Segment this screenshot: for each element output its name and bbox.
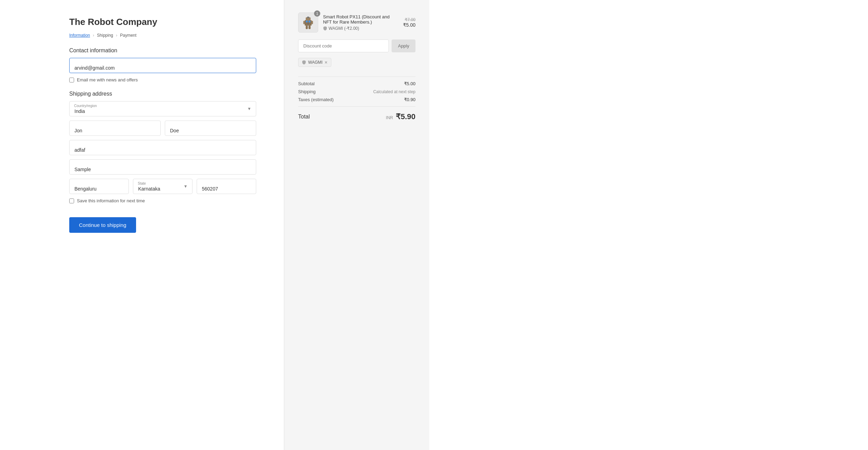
shipping-row: Shipping Calculated at next step (298, 89, 415, 94)
product-name: Smart Robot PX11 (Discount and NFT for R… (323, 14, 398, 25)
summary-divider-1 (298, 77, 415, 77)
total-label: Total (298, 114, 310, 120)
state-select[interactable]: Karnataka (133, 179, 193, 194)
svg-rect-5 (303, 21, 305, 24)
taxes-row: Taxes (estimated) ₹0.90 (298, 97, 415, 102)
email-field-wrapper: Email or mobile phone number (69, 58, 256, 73)
summary-divider-2 (298, 106, 415, 107)
svg-point-3 (308, 20, 311, 23)
coupon-remove-button[interactable]: × (325, 60, 328, 65)
shipping-section-title: Shipping address (69, 91, 256, 97)
name-row: First name (optional) Last name (69, 121, 256, 136)
first-name-input[interactable] (69, 121, 161, 136)
contact-section: Contact information Email or mobile phon… (69, 47, 256, 82)
apt-wrapper: Apartment, suite, etc. (optional) (69, 159, 256, 175)
svg-rect-8 (308, 26, 311, 29)
product-image-wrapper: 1 (298, 12, 318, 33)
city-wrapper: City (69, 179, 129, 194)
newsletter-label: Email me with news and offers (77, 77, 138, 82)
last-name-wrapper: Last name (165, 121, 256, 136)
breadcrumb-information[interactable]: Information (69, 33, 90, 38)
total-value: ₹5.90 (396, 112, 415, 121)
breadcrumb: Information › Shipping › Payment (69, 33, 256, 38)
shipping-label: Shipping (298, 89, 316, 94)
store-title: The Robot Company (69, 17, 256, 27)
country-field-wrapper: Country/region India ▼ (69, 101, 256, 116)
address-input[interactable] (69, 140, 256, 155)
discount-code-input[interactable] (298, 39, 389, 52)
taxes-label: Taxes (estimated) (298, 97, 334, 102)
shield-icon (323, 26, 327, 31)
total-value-wrapper: INR ₹5.90 (386, 112, 415, 121)
taxes-value: ₹0.90 (404, 97, 415, 102)
newsletter-checkbox[interactable] (69, 78, 74, 82)
contact-section-title: Contact information (69, 47, 256, 54)
subtotal-row: Subtotal ₹5.00 (298, 81, 415, 86)
svg-point-2 (306, 20, 308, 23)
shipping-section: Shipping address Country/region India ▼ … (69, 91, 256, 233)
discount-text: WAGMI (-₹2.00) (329, 26, 359, 31)
coupon-shield-icon (302, 60, 306, 65)
breadcrumb-payment[interactable]: Payment (120, 33, 136, 38)
right-panel: 1 Smart Robot PX11 (Discount and NFT for… (284, 0, 429, 450)
apt-input[interactable] (69, 159, 256, 175)
subtotal-value: ₹5.00 (404, 81, 415, 86)
save-info-label: Save this information for next time (77, 198, 145, 203)
address-wrapper: Address (69, 140, 256, 155)
product-row: 1 Smart Robot PX11 (Discount and NFT for… (298, 12, 415, 33)
left-panel: The Robot Company Information › Shipping… (0, 0, 284, 450)
total-row: Total INR ₹5.90 (298, 112, 415, 121)
city-state-pin-row: City State Karnataka ▼ PIN code (69, 179, 256, 194)
svg-rect-4 (307, 23, 309, 24)
first-name-wrapper: First name (optional) (69, 121, 161, 136)
price-discounted: ₹5.00 (403, 22, 415, 28)
discount-section: Apply (298, 39, 415, 52)
svg-rect-6 (312, 21, 313, 24)
city-input[interactable] (69, 179, 129, 194)
shipping-value: Calculated at next step (373, 89, 415, 94)
svg-rect-7 (306, 26, 308, 29)
pin-input[interactable] (197, 179, 256, 194)
coupon-code: WAGMI (308, 60, 323, 65)
last-name-input[interactable] (165, 121, 256, 136)
breadcrumb-sep-1: › (93, 33, 94, 38)
product-robot-icon (301, 14, 315, 31)
apply-discount-button[interactable]: Apply (392, 39, 415, 52)
pin-wrapper: PIN code (197, 179, 256, 194)
country-select[interactable]: India (69, 101, 256, 116)
newsletter-row: Email me with news and offers (69, 77, 256, 82)
product-price: ₹7.00 ₹5.00 (403, 17, 415, 28)
state-wrapper: State Karnataka ▼ (133, 179, 193, 194)
continue-to-shipping-button[interactable]: Continue to shipping (69, 217, 136, 233)
product-discount-label: WAGMI (-₹2.00) (323, 26, 398, 31)
coupon-tag: WAGMI × (298, 58, 331, 67)
breadcrumb-sep-2: › (116, 33, 117, 38)
product-info: Smart Robot PX11 (Discount and NFT for R… (323, 14, 398, 31)
svg-rect-9 (307, 17, 309, 18)
product-quantity-badge: 1 (314, 10, 320, 17)
subtotal-label: Subtotal (298, 81, 315, 86)
save-info-row: Save this information for next time (69, 198, 256, 203)
email-input[interactable] (69, 58, 256, 73)
save-info-checkbox[interactable] (69, 198, 74, 203)
total-currency: INR (386, 115, 393, 120)
breadcrumb-shipping[interactable]: Shipping (97, 33, 113, 38)
price-original: ₹7.00 (403, 17, 415, 22)
